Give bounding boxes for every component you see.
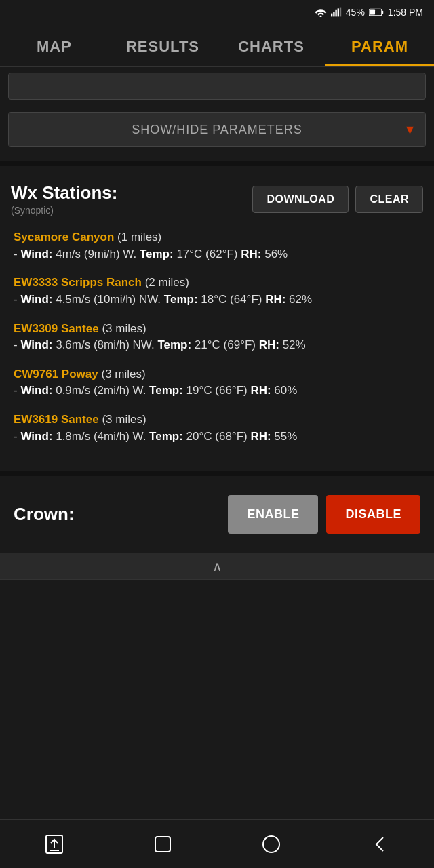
station-distance: (3 miles) (102, 413, 146, 426)
expand-handle[interactable]: ∧ (0, 553, 434, 580)
nav-square-button[interactable] (148, 829, 178, 859)
battery-icon (369, 8, 384, 16)
svg-rect-1 (331, 14, 332, 17)
svg-rect-7 (382, 11, 383, 14)
wx-title-block: Wx Stations: (Synoptic) (11, 182, 117, 216)
station-name: EW3333 Scripps Ranch (14, 276, 142, 289)
list-item: EW3309 Santee (3 miles) - Wind: 3.6m/s (… (14, 321, 420, 354)
wx-action-buttons: DOWNLOAD CLEAR (252, 186, 423, 213)
tab-map[interactable]: MAP (0, 24, 108, 66)
spacer (0, 580, 434, 819)
svg-rect-12 (155, 837, 170, 852)
params-button-label: SHOW/HIDE PARAMETERS (132, 123, 302, 137)
bottom-nav-bar (0, 819, 434, 868)
station-distance: (3 miles) (101, 368, 145, 380)
station-list: Sycamore Canyon (1 miles) - Wind: 4m/s (… (11, 229, 423, 445)
section-divider-2 (0, 471, 434, 476)
station-distance: (1 miles) (117, 231, 161, 243)
time-text: 1:58 PM (388, 7, 423, 18)
crown-enable-button[interactable]: ENABLE (228, 495, 318, 534)
svg-rect-5 (340, 8, 341, 17)
square-icon (153, 834, 173, 854)
wx-stations-subtitle: (Synoptic) (11, 205, 117, 216)
svg-point-0 (319, 16, 321, 18)
crown-buttons: ENABLE DISABLE (228, 495, 420, 534)
circle-icon (261, 834, 281, 854)
svg-rect-2 (333, 12, 334, 16)
station-distance: (3 miles) (102, 322, 146, 335)
station-details: - Wind: 3.6m/s (8mi/h) NW. Temp: 21°C (6… (14, 338, 306, 351)
download-button[interactable]: DOWNLOAD (252, 186, 349, 213)
back-icon (370, 834, 390, 854)
station-details: - Wind: 0.9m/s (2mi/h) W. Temp: 19°C (66… (14, 384, 297, 397)
upload-icon (44, 834, 64, 854)
signal-icon (331, 7, 342, 17)
list-item: CW9761 Poway (3 miles) - Wind: 0.9m/s (2… (14, 366, 420, 399)
wifi-icon (315, 7, 327, 17)
tab-charts[interactable]: CHARTS (217, 24, 326, 66)
wx-header: Wx Stations: (Synoptic) DOWNLOAD CLEAR (11, 182, 423, 216)
status-bar: 45% 1:58 PM (0, 0, 434, 24)
station-name: Sycamore Canyon (14, 231, 114, 243)
svg-rect-8 (370, 9, 375, 14)
battery-text: 45% (346, 7, 365, 18)
crown-section: Crown: ENABLE DISABLE (0, 476, 434, 553)
chevron-up-icon: ∧ (212, 558, 222, 574)
search-area (0, 67, 434, 105)
station-details: - Wind: 4.5m/s (10mi/h) NW. Temp: 18°C (… (14, 293, 312, 306)
search-bar[interactable] (8, 73, 426, 100)
crown-disable-button[interactable]: DISABLE (326, 495, 420, 534)
station-distance: (2 miles) (145, 276, 189, 289)
list-item: Sycamore Canyon (1 miles) - Wind: 4m/s (… (14, 229, 420, 262)
station-name: EW3309 Santee (14, 322, 99, 335)
list-item: EW3333 Scripps Ranch (2 miles) - Wind: 4… (14, 275, 420, 308)
tab-results[interactable]: RESULTS (108, 24, 217, 66)
list-item: EW3619 Santee (3 miles) - Wind: 1.8m/s (… (14, 412, 420, 445)
section-divider-1 (0, 161, 434, 166)
nav-upload-button[interactable] (39, 829, 69, 859)
svg-rect-3 (335, 10, 336, 17)
nav-tabs: MAP RESULTS CHARTS PARAM (0, 24, 434, 67)
station-details: - Wind: 1.8m/s (4mi/h) W. Temp: 20°C (68… (14, 430, 297, 443)
wx-stations-title: Wx Stations: (11, 182, 117, 203)
params-bar: SHOW/HIDE PARAMETERS ▾ (0, 105, 434, 161)
chevron-down-icon: ▾ (406, 121, 414, 138)
svg-point-13 (263, 836, 279, 852)
nav-home-button[interactable] (256, 829, 286, 859)
wx-stations-section: Wx Stations: (Synoptic) DOWNLOAD CLEAR S… (0, 166, 434, 471)
status-icons: 45% 1:58 PM (315, 7, 423, 18)
tab-param[interactable]: PARAM (326, 24, 434, 66)
svg-rect-4 (337, 8, 338, 16)
station-name: CW9761 Poway (14, 368, 98, 380)
show-hide-params-button[interactable]: SHOW/HIDE PARAMETERS ▾ (8, 112, 426, 147)
clear-button[interactable]: CLEAR (355, 186, 423, 213)
station-details: - Wind: 4m/s (9mi/h) W. Temp: 17°C (62°F… (14, 248, 288, 260)
crown-title: Crown: (14, 504, 75, 525)
nav-back-button[interactable] (365, 829, 395, 859)
station-name: EW3619 Santee (14, 413, 99, 426)
